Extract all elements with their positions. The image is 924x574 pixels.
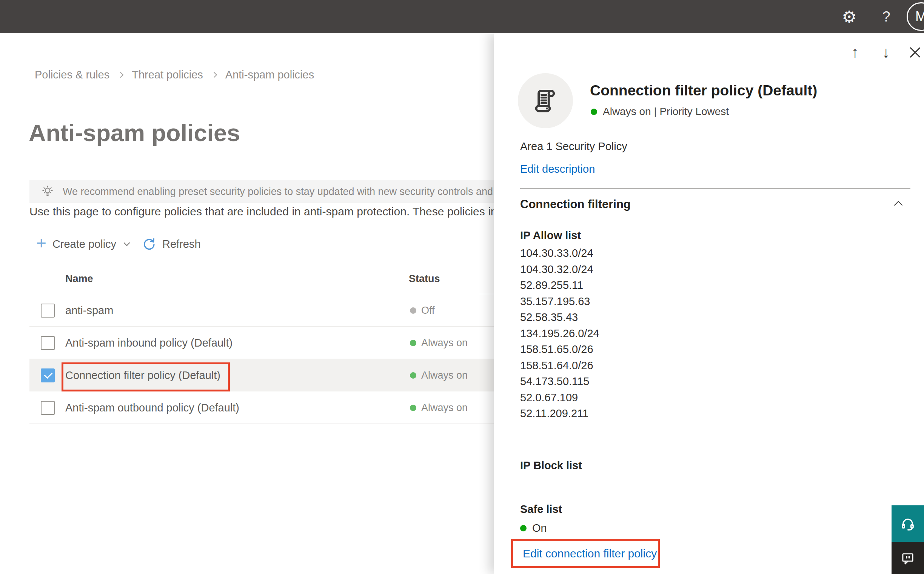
help-icon[interactable]: ? [876, 5, 897, 28]
refresh-label: Refresh [162, 238, 201, 251]
row-checkbox[interactable] [41, 401, 55, 415]
policy-name: Connection filter policy (Default) [65, 359, 220, 391]
status-dot-on [410, 372, 416, 378]
support-button[interactable] [892, 505, 924, 542]
policy-name: anti-spam [65, 294, 113, 326]
screen: ⚙ ? M Policies & rules Threat policies A… [0, 0, 924, 574]
panel-title: Connection filter policy (Default) [590, 82, 817, 99]
next-item-arrow-down-icon[interactable]: ↓ [877, 43, 895, 62]
status-dot-on [410, 405, 416, 411]
row-checkbox[interactable] [41, 336, 55, 350]
status-dot-on [410, 340, 416, 346]
connection-filtering-section-header[interactable]: Connection filtering [520, 198, 910, 211]
row-checkbox[interactable] [41, 304, 55, 317]
scroll-policy-icon [531, 86, 560, 115]
breadcrumb: Policies & rules Threat policies Anti-sp… [35, 69, 314, 81]
breadcrumb-anti-spam-policies: Anti-spam policies [225, 69, 314, 81]
ip-entry: 52.11.209.211 [520, 405, 600, 422]
ip-entry: 35.157.195.63 [520, 293, 600, 310]
row-checkbox-checked[interactable] [41, 369, 55, 382]
chevron-right-icon [211, 72, 217, 78]
ip-entry: 52.89.255.11 [520, 277, 600, 293]
ip-entry: 52.58.35.43 [520, 309, 600, 325]
settings-gear-icon[interactable]: ⚙ [839, 5, 860, 28]
column-header-name[interactable]: Name [65, 273, 93, 285]
previous-item-arrow-up-icon[interactable]: ↑ [846, 43, 864, 62]
ip-block-list-title: IP Block list [520, 459, 582, 472]
policy-name: Anti-spam outbound policy (Default) [65, 391, 239, 424]
account-avatar[interactable]: M [907, 2, 924, 31]
edit-connection-filter-policy-link[interactable]: Edit connection filter policy [523, 541, 657, 566]
page-title: Anti-spam policies [29, 119, 240, 146]
ip-entry: 134.195.26.0/24 [520, 325, 600, 342]
safe-list-title: Safe list [520, 503, 562, 516]
ip-allow-list-title: IP Allow list [520, 229, 581, 242]
refresh-button[interactable]: Refresh [142, 233, 201, 255]
chevron-down-icon [124, 240, 130, 246]
policy-status: Always on [410, 391, 468, 424]
edit-description-link[interactable]: Edit description [520, 163, 595, 175]
ip-entry: 158.51.65.0/26 [520, 341, 600, 358]
chevron-right-icon [118, 72, 124, 78]
ip-entry: 52.0.67.109 [520, 390, 600, 406]
ip-entry: 104.30.32.0/24 [520, 261, 600, 278]
panel-status-line: Always on | Priority Lowest [591, 106, 729, 118]
divider [520, 188, 910, 189]
create-policy-button[interactable]: + Create policy [36, 233, 129, 255]
status-dot-on [591, 109, 597, 115]
ip-entry: 54.173.50.115 [520, 373, 600, 390]
banner-text: We recommend enabling preset security po… [63, 186, 556, 198]
ip-entry: 104.30.33.0/24 [520, 245, 600, 261]
breadcrumb-threat-policies[interactable]: Threat policies [132, 69, 203, 81]
top-app-bar: ⚙ ? M [0, 0, 924, 33]
headset-icon [899, 515, 916, 533]
close-x-glyph [908, 46, 921, 59]
ip-allow-list: 104.30.33.0/24 104.30.32.0/24 52.89.255.… [520, 245, 600, 422]
plus-icon: + [36, 234, 46, 252]
lightbulb-icon [41, 185, 54, 199]
policy-details-flyout: ↑ ↓ Connection filter policy (Default) A… [494, 33, 924, 574]
safe-list-status: On [520, 522, 547, 535]
status-dot-off [410, 308, 416, 314]
close-icon[interactable] [906, 43, 924, 62]
status-dot-on [520, 525, 527, 531]
policy-description: Area 1 Security Policy [520, 140, 627, 153]
red-annotation-box: Edit connection filter policy [511, 539, 660, 568]
policy-status: Always on [410, 326, 468, 359]
refresh-icon [142, 237, 156, 251]
create-policy-label: Create policy [52, 238, 116, 251]
ip-entry: 158.51.64.0/26 [520, 358, 600, 374]
policy-name: Anti-spam inbound policy (Default) [65, 326, 233, 359]
chevron-up-icon[interactable] [894, 201, 903, 210]
policy-status: Always on [410, 359, 468, 391]
policy-status: Off [410, 294, 435, 326]
feedback-button[interactable] [892, 542, 924, 574]
policy-avatar [518, 73, 573, 128]
breadcrumb-policies-rules[interactable]: Policies & rules [35, 69, 109, 81]
column-header-status[interactable]: Status [409, 273, 440, 285]
chat-bubble-icon [900, 550, 916, 566]
